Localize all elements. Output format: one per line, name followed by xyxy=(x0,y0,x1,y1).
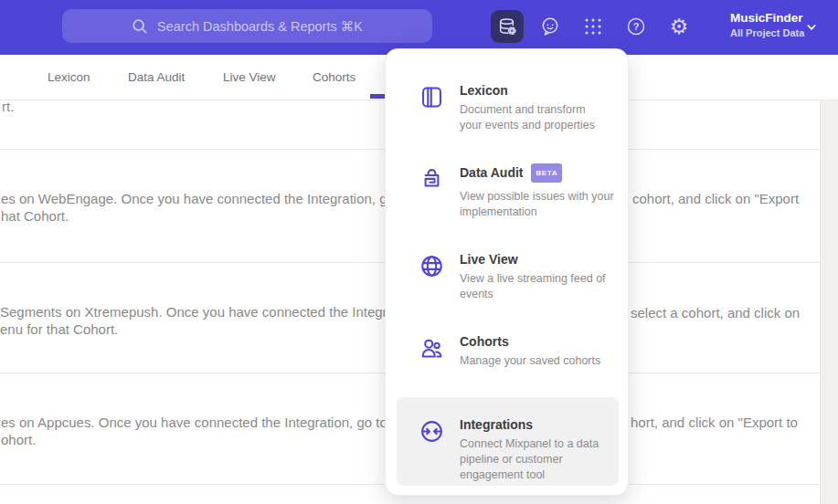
data-audit-lock-icon xyxy=(419,166,446,194)
feedback-smiley-icon xyxy=(539,16,561,37)
menu-item-title: Live View xyxy=(460,252,606,267)
tab-data-audit[interactable]: Data Audit xyxy=(128,55,185,100)
menu-item-title: Data AuditBETA xyxy=(460,165,614,184)
menu-item-title: Integrations xyxy=(460,417,599,432)
apps-grid-icon xyxy=(582,16,604,37)
bg-row-text: select a cohort, and click on xyxy=(631,305,800,320)
bg-row-text: es on WebEngage. Once you have connected… xyxy=(1,191,433,206)
bg-row-text: ohort. xyxy=(1,432,36,447)
menu-item-desc: Document and transform your events and p… xyxy=(460,102,595,133)
bg-row-text: es on Appcues. Once you have connected t… xyxy=(1,415,425,430)
search-icon xyxy=(132,18,148,35)
beta-badge: BETA xyxy=(531,163,562,183)
feedback-button[interactable] xyxy=(534,10,567,43)
search-input[interactable]: Search Dashboards & Reports ⌘K xyxy=(62,9,432,43)
page-background-gutter xyxy=(820,100,838,504)
tab-cohorts[interactable]: Cohorts xyxy=(313,55,355,100)
menu-item-title: Lexicon xyxy=(460,83,595,98)
bg-row-text: Segments on Xtremepush. Once you have co… xyxy=(0,304,420,320)
menu-item-desc: View possible issues with your implement… xyxy=(460,189,614,220)
tab-lexicon[interactable]: Lexicon xyxy=(48,55,90,100)
data-management-dropdown: Lexicon Document and transform your even… xyxy=(385,48,629,496)
menu-item-desc: Connect Mixpanel to a data pipeline or c… xyxy=(460,436,599,483)
menu-item-data-audit[interactable]: Data AuditBETA View possible issues with… xyxy=(386,165,628,220)
cohorts-people-icon xyxy=(419,335,446,362)
menu-item-live-view[interactable]: Live View View a live streaming feed of … xyxy=(386,252,628,302)
live-view-globe-icon xyxy=(419,253,446,280)
menu-item-integrations[interactable]: Integrations Connect Mixpanel to a data … xyxy=(397,417,619,483)
settings-gear-icon: ⚙ xyxy=(670,16,689,37)
tab-live-view[interactable]: Live View xyxy=(223,55,276,100)
bg-row-text: rt. xyxy=(2,99,14,114)
settings-button[interactable]: ⚙ xyxy=(663,10,695,43)
lexicon-book-icon xyxy=(419,84,446,111)
search-placeholder: Search Dashboards & Reports ⌘K xyxy=(157,19,363,34)
bg-row-text: hat Cohort. xyxy=(1,208,69,224)
data-management-icon xyxy=(496,16,518,37)
help-button[interactable]: ? xyxy=(620,10,652,43)
bg-row-text: hort, and click on "Export to xyxy=(631,415,798,430)
data-management-button[interactable] xyxy=(491,10,524,43)
menu-item-desc: Manage your saved cohorts xyxy=(460,353,600,369)
help-icon: ? xyxy=(625,16,647,37)
bg-row-text: cohort, and click on "Export xyxy=(632,191,799,206)
menu-item-lexicon[interactable]: Lexicon Document and transform your even… xyxy=(386,83,628,133)
top-nav-bar: Search Dashboards & Reports ⌘K xyxy=(0,0,838,55)
menu-item-desc: View a live streaming feed of events xyxy=(460,271,606,302)
menu-item-integrations-highlight[interactable]: Integrations Connect Mixpanel to a data … xyxy=(397,397,619,486)
apps-button[interactable] xyxy=(577,10,610,43)
svg-text:?: ? xyxy=(633,21,640,32)
menu-item-title: Cohorts xyxy=(460,334,600,349)
chevron-down-icon xyxy=(805,21,818,34)
bg-row-text: enu for that Cohort. xyxy=(0,321,118,337)
menu-item-cohorts[interactable]: Cohorts Manage your saved cohorts xyxy=(386,334,628,369)
integrations-sync-icon xyxy=(419,418,446,446)
